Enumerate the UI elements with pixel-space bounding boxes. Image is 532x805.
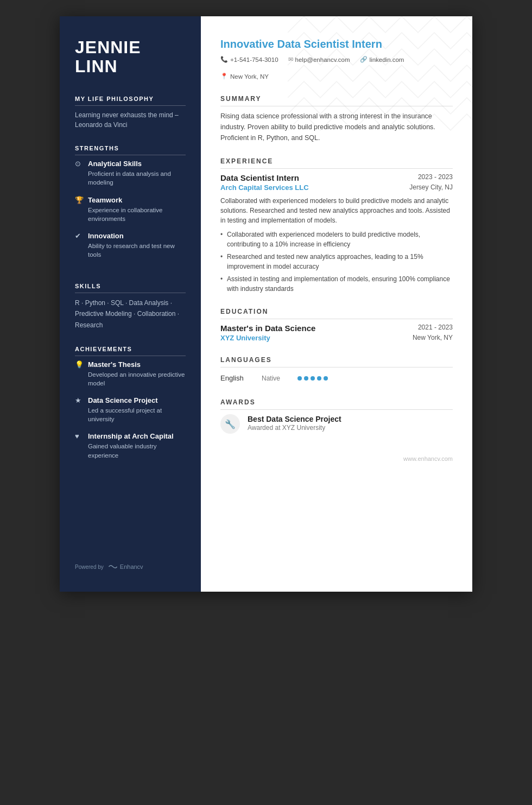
achievement-internship-name: Internship at Arch Capital — [88, 432, 174, 440]
philosophy-title: MY LIFE PHILOSOPHY — [75, 96, 186, 106]
candidate-name: JENNIE LINN — [75, 38, 186, 76]
contact-location: 📍 New York, NY — [220, 73, 269, 80]
internship-icon: ♥ — [75, 432, 84, 440]
sidebar-section-strengths: STRENGTHS ⊙ Analytical Skills Proficient… — [75, 145, 186, 268]
bullet-0-0: Collaborated with experienced modelers t… — [220, 230, 453, 249]
strength-analytical-desc: Proficient in data analysis and modeling — [75, 169, 186, 187]
contact-email: ✉ help@enhancv.com — [288, 56, 350, 63]
award-icon-0: 🔧 — [220, 414, 240, 434]
linkedin-icon: 🔗 — [360, 56, 368, 63]
award-content-0: Best Data Science Project Awarded at XYZ… — [248, 414, 341, 432]
sidebar-section-skills: SKILLS R · Python · SQL · Data Analysis … — [75, 283, 186, 331]
exp-dates-0: 2023 - 2023 — [418, 173, 453, 181]
sidebar-footer: Powered by Enhancv — [75, 547, 186, 570]
achievement-thesis-desc: Developed an innovative predictive model — [75, 370, 186, 388]
skills-title: SKILLS — [75, 283, 186, 293]
project-icon: ★ — [75, 396, 84, 404]
exp-job-title-0: Data Scientist Intern — [220, 173, 299, 182]
contact-linkedin: 🔗 linkedin.com — [360, 56, 404, 63]
languages-section: LANGUAGES English Native — [220, 356, 453, 384]
achievement-thesis: 💡 Master's Thesis Developed an innovativ… — [75, 360, 186, 388]
exp-bullets-0: Collaborated with experienced modelers t… — [220, 230, 453, 294]
achievement-project-desc: Led a successful project at university — [75, 406, 186, 423]
enhancv-logo: Enhancv — [108, 563, 143, 570]
contact-phone: 📞 +1-541-754-3010 — [220, 56, 278, 63]
edu-header-0: Master's in Data Science 2021 - 2023 — [220, 324, 453, 333]
achievement-project: ★ Data Science Project Led a successful … — [75, 396, 186, 423]
edu-dates-0: 2021 - 2023 — [418, 324, 453, 331]
education-section: EDUCATION Master's in Data Science 2021 … — [220, 308, 453, 342]
thesis-icon: 💡 — [75, 360, 84, 369]
edu-school-0: XYZ University — [220, 334, 270, 342]
sidebar: JENNIE LINN MY LIFE PHILOSOPHY Learning … — [60, 16, 201, 592]
lang-dot-4 — [317, 376, 321, 381]
education-title: EDUCATION — [220, 308, 453, 319]
sidebar-section-philosophy: MY LIFE PHILOSOPHY Learning never exhaus… — [75, 96, 186, 130]
awards-title: AWARDS — [220, 398, 453, 410]
languages-title: LANGUAGES — [220, 356, 453, 367]
edu-degree-0: Master's in Data Science — [220, 324, 315, 333]
email-icon: ✉ — [288, 56, 293, 63]
innovation-icon: ✔ — [75, 232, 84, 240]
strength-innovation-name: Innovation — [88, 232, 124, 240]
lang-name-0: English — [220, 374, 253, 382]
strength-analytical-name: Analytical Skills — [88, 160, 142, 168]
bullet-0-1: Researched and tested new analytics appr… — [220, 252, 453, 271]
lang-dot-2 — [304, 376, 308, 381]
summary-section: SUMMARY Rising data science professional… — [220, 95, 453, 143]
powered-label: Powered by — [75, 564, 104, 570]
achievement-thesis-name: Master's Thesis — [88, 360, 141, 369]
strength-teamwork-name: Teamwork — [88, 196, 122, 204]
phone-icon: 📞 — [220, 56, 228, 63]
main-content: Innovative Data Scientist Intern 📞 +1-54… — [201, 16, 472, 592]
experience-section: EXPERIENCE Data Scientist Intern 2023 - … — [220, 157, 453, 294]
edu-sub-0: XYZ University New York, NY — [220, 334, 453, 342]
teamwork-icon: 🏆 — [75, 196, 84, 204]
contact-bar: 📞 +1-541-754-3010 ✉ help@enhancv.com 🔗 l… — [220, 56, 453, 80]
exp-sub-0: Arch Capital Services LLC Jersey City, N… — [220, 183, 453, 192]
lang-dots-0 — [297, 376, 328, 381]
achievement-internship: ♥ Internship at Arch Capital Gained valu… — [75, 432, 186, 459]
exp-description-0: Collaborated with experienced modelers t… — [220, 196, 453, 225]
bullet-0-2: Assisted in testing and implementation o… — [220, 274, 453, 294]
achievements-title: ACHIEVEMENTS — [75, 346, 186, 356]
achievement-project-name: Data Science Project — [88, 396, 158, 404]
summary-text: Rising data science professional with a … — [220, 111, 453, 143]
sidebar-section-achievements: ACHIEVEMENTS 💡 Master's Thesis Developed… — [75, 346, 186, 468]
location-icon: 📍 — [220, 73, 228, 80]
edu-location-0: New York, NY — [413, 334, 453, 342]
skills-text: R · Python · SQL · Data Analysis · Predi… — [75, 297, 186, 331]
strength-innovation: ✔ Innovation Ability to research and tes… — [75, 232, 186, 259]
exp-location-0: Jersey City, NJ — [409, 183, 453, 192]
lang-dot-1 — [297, 376, 302, 381]
footer-url: www.enhancv.com — [403, 455, 453, 462]
lang-dot-5 — [324, 376, 328, 381]
main-footer: www.enhancv.com — [220, 455, 453, 462]
lang-row-0: English Native — [220, 372, 453, 384]
exp-company-0: Arch Capital Services LLC — [220, 183, 309, 192]
award-item-0: 🔧 Best Data Science Project Awarded at X… — [220, 414, 453, 434]
experience-title: EXPERIENCE — [220, 157, 453, 169]
philosophy-quote: Learning never exhausts the mind – Leona… — [75, 110, 186, 130]
award-desc-0: Awarded at XYZ University — [248, 424, 341, 432]
analytical-icon: ⊙ — [75, 160, 84, 168]
resume-wrapper: JENNIE LINN MY LIFE PHILOSOPHY Learning … — [60, 16, 472, 592]
strength-analytical: ⊙ Analytical Skills Proficient in data a… — [75, 160, 186, 187]
achievement-internship-desc: Gained valuable industry experience — [75, 442, 186, 459]
strength-innovation-desc: Ability to research and test new tools — [75, 242, 186, 259]
strength-teamwork: 🏆 Teamwork Experience in collaborative e… — [75, 196, 186, 223]
strengths-title: STRENGTHS — [75, 145, 186, 155]
job-title: Innovative Data Scientist Intern — [220, 38, 453, 50]
exp-header-0: Data Scientist Intern 2023 - 2023 — [220, 173, 453, 182]
lang-level-0: Native — [262, 375, 289, 382]
summary-title: SUMMARY — [220, 95, 453, 106]
award-title-0: Best Data Science Project — [248, 414, 341, 424]
strength-teamwork-desc: Experience in collaborative environments — [75, 206, 186, 223]
lang-dot-3 — [311, 376, 315, 381]
awards-section: AWARDS 🔧 Best Data Science Project Award… — [220, 398, 453, 434]
